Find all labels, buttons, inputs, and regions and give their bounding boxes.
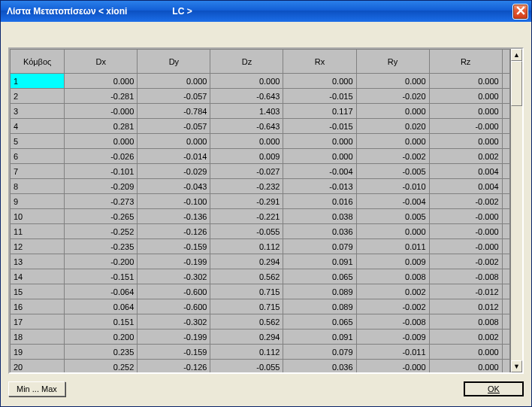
col-header-rx[interactable]: Rx (283, 50, 356, 74)
cell-rz[interactable]: 0.000 (429, 74, 502, 89)
displacement-table[interactable]: Κόμβος Dx Dy Dz Rx Ry Rz 10.0000.0000.00… (10, 49, 510, 372)
table-row[interactable]: 190.235-0.1590.1120.079-0.0110.000 (11, 345, 510, 360)
cell-rz[interactable]: -0.000 (429, 239, 502, 254)
table-row[interactable]: 14-0.151-0.3020.5620.0650.008-0.008 (11, 269, 510, 284)
cell-rx[interactable]: 0.065 (283, 314, 356, 330)
cell-dy[interactable]: -0.159 (138, 239, 210, 254)
cell-dy[interactable]: -0.057 (138, 89, 210, 104)
cell-ry[interactable]: -0.000 (356, 360, 429, 373)
cell-rz[interactable]: 0.000 (429, 360, 502, 373)
cell-node[interactable]: 14 (11, 269, 65, 284)
cell-dy[interactable]: -0.014 (138, 149, 210, 164)
cell-dx[interactable]: 0.252 (65, 360, 138, 373)
table-row[interactable]: 13-0.200-0.1990.2940.0910.009-0.002 (11, 254, 510, 269)
cell-dx[interactable]: -0.200 (65, 254, 138, 269)
cell-ry[interactable]: 0.011 (356, 239, 429, 254)
cell-rz[interactable]: 0.004 (429, 164, 502, 179)
cell-dx[interactable]: 0.200 (65, 330, 138, 345)
cell-rx[interactable]: 0.091 (283, 330, 356, 345)
cell-rz[interactable]: -0.000 (429, 209, 502, 224)
cell-rx[interactable]: 0.089 (283, 299, 356, 314)
scroll-track[interactable] (511, 61, 522, 360)
cell-dx[interactable]: -0.000 (65, 104, 138, 119)
cell-dz[interactable]: 0.294 (210, 254, 283, 269)
cell-dy[interactable]: 0.000 (138, 134, 210, 149)
cell-rx[interactable]: -0.015 (283, 119, 356, 134)
table-row[interactable]: 2-0.281-0.057-0.643-0.015-0.0200.000 (11, 89, 510, 104)
cell-ry[interactable]: -0.020 (356, 89, 429, 104)
cell-rx[interactable]: 0.079 (283, 239, 356, 254)
cell-dy[interactable]: -0.057 (138, 119, 210, 134)
table-row[interactable]: 12-0.235-0.1590.1120.0790.011-0.000 (11, 239, 510, 254)
cell-dx[interactable]: -0.064 (65, 284, 138, 299)
col-header-dx[interactable]: Dx (65, 50, 138, 74)
cell-dz[interactable]: 0.715 (210, 284, 283, 299)
cell-node[interactable]: 10 (11, 209, 65, 224)
cell-rx[interactable]: 0.036 (283, 360, 356, 373)
cell-dz[interactable]: -0.055 (210, 224, 283, 239)
cell-ry[interactable]: -0.002 (356, 299, 429, 314)
cell-dy[interactable]: -0.600 (138, 299, 210, 314)
cell-node[interactable]: 3 (11, 104, 65, 119)
table-row[interactable]: 180.200-0.1990.2940.091-0.0090.002 (11, 330, 510, 345)
cell-dy[interactable]: -0.100 (138, 194, 210, 209)
cell-dx[interactable]: -0.235 (65, 239, 138, 254)
cell-node[interactable]: 5 (11, 134, 65, 149)
cell-node[interactable]: 2 (11, 89, 65, 104)
cell-node[interactable]: 17 (11, 314, 65, 330)
cell-ry[interactable]: 0.020 (356, 119, 429, 134)
cell-ry[interactable]: -0.011 (356, 345, 429, 360)
cell-node[interactable]: 8 (11, 179, 65, 194)
cell-dy[interactable]: -0.302 (138, 314, 210, 330)
cell-rz[interactable]: 0.000 (429, 104, 502, 119)
cell-dx[interactable]: 0.000 (65, 74, 138, 89)
cell-dx[interactable]: 0.000 (65, 134, 138, 149)
cell-rx[interactable]: 0.038 (283, 209, 356, 224)
cell-rx[interactable]: 0.091 (283, 254, 356, 269)
table-row[interactable]: 11-0.252-0.126-0.0550.0360.000-0.000 (11, 224, 510, 239)
cell-dx[interactable]: 0.281 (65, 119, 138, 134)
cell-dy[interactable]: -0.126 (138, 360, 210, 373)
cell-ry[interactable]: 0.005 (356, 209, 429, 224)
cell-dz[interactable]: -0.643 (210, 89, 283, 104)
col-header-node[interactable]: Κόμβος (11, 50, 65, 74)
cell-rx[interactable]: 0.000 (283, 74, 356, 89)
cell-dy[interactable]: -0.043 (138, 179, 210, 194)
cell-dz[interactable]: 0.000 (210, 74, 283, 89)
cell-ry[interactable]: 0.009 (356, 254, 429, 269)
cell-dy[interactable]: -0.136 (138, 209, 210, 224)
cell-dz[interactable]: -0.291 (210, 194, 283, 209)
cell-ry[interactable]: 0.000 (356, 74, 429, 89)
cell-rz[interactable]: 0.012 (429, 299, 502, 314)
cell-node[interactable]: 16 (11, 299, 65, 314)
cell-rz[interactable]: -0.000 (429, 224, 502, 239)
cell-rx[interactable]: -0.013 (283, 179, 356, 194)
cell-dz[interactable]: 1.403 (210, 104, 283, 119)
cell-rx[interactable]: 0.016 (283, 194, 356, 209)
cell-dx[interactable]: -0.026 (65, 149, 138, 164)
cell-node[interactable]: 20 (11, 360, 65, 373)
cell-dz[interactable]: -0.232 (210, 179, 283, 194)
table-row[interactable]: 160.064-0.6000.7150.089-0.0020.012 (11, 299, 510, 314)
cell-dx[interactable]: -0.273 (65, 194, 138, 209)
table-row[interactable]: 40.281-0.057-0.643-0.0150.020-0.000 (11, 119, 510, 134)
table-row[interactable]: 10-0.265-0.136-0.2210.0380.005-0.000 (11, 209, 510, 224)
cell-rx[interactable]: 0.079 (283, 345, 356, 360)
cell-dx[interactable]: 0.151 (65, 314, 138, 330)
cell-dz[interactable]: 0.562 (210, 314, 283, 330)
cell-dx[interactable]: -0.101 (65, 164, 138, 179)
cell-rz[interactable]: 0.004 (429, 179, 502, 194)
titlebar[interactable]: Λίστα Μετατοπίσεων < xioni LC > (1, 1, 531, 22)
cell-node[interactable]: 9 (11, 194, 65, 209)
cell-dx[interactable]: -0.151 (65, 269, 138, 284)
cell-node[interactable]: 13 (11, 254, 65, 269)
cell-rz[interactable]: -0.000 (429, 119, 502, 134)
table-row[interactable]: 50.0000.0000.0000.0000.0000.000 (11, 134, 510, 149)
col-header-rz[interactable]: Rz (429, 50, 502, 74)
cell-node[interactable]: 12 (11, 239, 65, 254)
cell-rx[interactable]: 0.000 (283, 149, 356, 164)
minmax-button[interactable]: Min ... Max (8, 381, 65, 396)
cell-dx[interactable]: -0.281 (65, 89, 138, 104)
cell-dz[interactable]: 0.112 (210, 239, 283, 254)
cell-dz[interactable]: -0.055 (210, 360, 283, 373)
